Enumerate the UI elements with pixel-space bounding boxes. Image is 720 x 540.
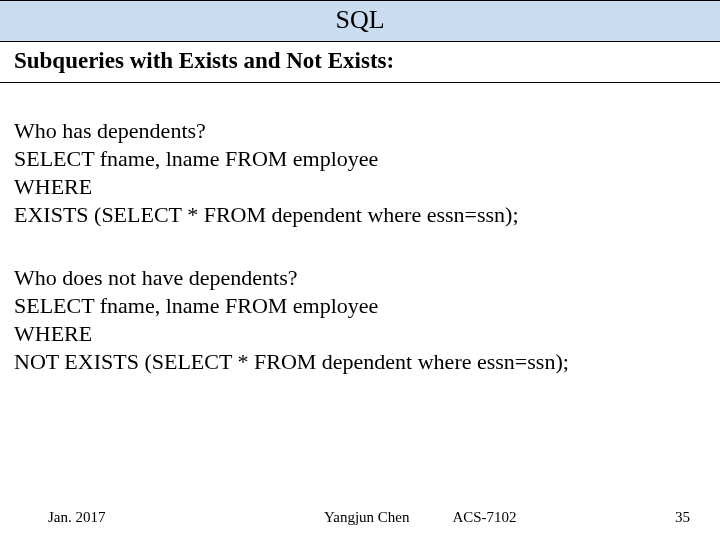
- body-area: Who has dependents? SELECT fname, lname …: [0, 117, 720, 376]
- question-text: Who has dependents?: [14, 117, 706, 145]
- slide-title: SQL: [335, 5, 384, 34]
- footer-date: Jan. 2017: [48, 509, 106, 526]
- footer-center: Yangjun Chen ACS-7102: [106, 509, 676, 526]
- footer: Jan. 2017 Yangjun Chen ACS-7102 35: [0, 509, 720, 526]
- sql-line: WHERE: [14, 320, 706, 348]
- title-band: SQL: [0, 0, 720, 42]
- question-text: Who does not have dependents?: [14, 264, 706, 292]
- slide: SQL Subqueries with Exists and Not Exist…: [0, 0, 720, 540]
- sql-line: NOT EXISTS (SELECT * FROM dependent wher…: [14, 348, 706, 376]
- footer-page-number: 35: [675, 509, 690, 526]
- footer-author: Yangjun Chen: [324, 509, 410, 526]
- sql-line: SELECT fname, lname FROM employee: [14, 292, 706, 320]
- sql-line: SELECT fname, lname FROM employee: [14, 145, 706, 173]
- section-heading: Subqueries with Exists and Not Exists:: [0, 42, 720, 83]
- section-heading-text: Subqueries with Exists and Not Exists:: [14, 48, 394, 73]
- sql-line: EXISTS (SELECT * FROM dependent where es…: [14, 201, 706, 229]
- sql-line: WHERE: [14, 173, 706, 201]
- example-block-2: Who does not have dependents? SELECT fna…: [14, 264, 706, 377]
- footer-course: ACS-7102: [452, 509, 516, 525]
- example-block-1: Who has dependents? SELECT fname, lname …: [14, 117, 706, 230]
